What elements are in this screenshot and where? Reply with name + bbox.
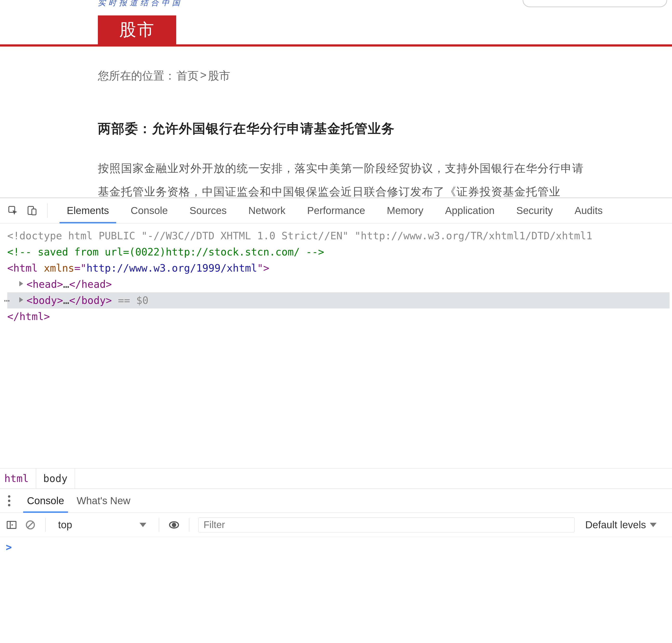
separator <box>159 518 159 532</box>
site-tagline: 实时报道结合中国 <box>98 0 183 8</box>
webpage-content: 实时报道结合中国 股市 您所在的位置： 首页 > 股市 两部委：允许外国银行在华… <box>0 0 672 198</box>
dom-comment[interactable]: <!-- saved from url=(0022)http://stock.s… <box>7 244 670 260</box>
article-body: 按照国家金融业对外开放的统一安排，落实中美第一阶段经贸协议，支持外国银行在华分行… <box>98 157 672 203</box>
dom-head[interactable]: <head>…</head> <box>7 276 670 292</box>
inspect-element-icon[interactable] <box>7 205 19 216</box>
console-filter-input[interactable] <box>199 518 574 532</box>
svg-rect-2 <box>32 209 36 215</box>
devtools-tabbar: Elements Console Sources Network Perform… <box>0 198 672 223</box>
tab-memory[interactable]: Memory <box>380 198 431 223</box>
chevron-down-icon <box>140 523 146 527</box>
dom-body[interactable]: <body>…</body> == $0 <box>7 292 670 308</box>
expand-triangle-icon[interactable] <box>19 281 23 286</box>
svg-line-6 <box>27 522 33 528</box>
console-context-select[interactable]: top <box>55 519 150 531</box>
dom-breadcrumb: html body <box>0 468 672 489</box>
expand-triangle-icon[interactable] <box>19 297 23 302</box>
console-prompt-icon: > <box>6 541 12 553</box>
tab-console[interactable]: Console <box>123 198 175 223</box>
search-box[interactable] <box>523 0 667 7</box>
drawer-tab-whatsnew[interactable]: What's New <box>73 489 134 513</box>
devtools-panel: Elements Console Sources Network Perform… <box>0 198 672 643</box>
breadcrumb-prefix: 您所在的位置： <box>98 69 176 83</box>
clear-console-icon[interactable] <box>25 519 36 531</box>
article-line: 按照国家金融业对外开放的统一安排，落实中美第一阶段经贸协议，支持外国银行在华分行… <box>98 157 672 180</box>
divider <box>0 44 672 47</box>
device-toolbar-icon[interactable] <box>26 205 38 216</box>
tab-sources[interactable]: Sources <box>182 198 234 223</box>
chevron-down-icon <box>650 523 657 527</box>
console-body[interactable]: > <box>0 537 672 643</box>
drawer-tabbar: Console What's New <box>0 489 672 513</box>
drawer-tab-console[interactable]: Console <box>23 489 68 513</box>
breadcrumb: 您所在的位置： 首页 > 股市 <box>98 69 230 83</box>
separator <box>45 518 46 532</box>
article-title[interactable]: 两部委：允许外国银行在华分行申请基金托管业务 <box>98 120 395 137</box>
breadcrumb-sep: > <box>200 69 206 83</box>
dom-tree[interactable]: <!doctype html PUBLIC "-//W3C//DTD XHTML… <box>0 223 672 468</box>
kebab-menu-icon[interactable] <box>7 495 11 506</box>
crumb-html[interactable]: html <box>0 469 36 488</box>
breadcrumb-current[interactable]: 股市 <box>208 69 230 83</box>
dom-html-close[interactable]: </html> <box>7 308 670 325</box>
dom-html-open[interactable]: <html xmlns="http://www.w3.org/1999/xhtm… <box>7 260 670 276</box>
live-expression-icon[interactable] <box>168 519 180 531</box>
tab-application[interactable]: Application <box>438 198 502 223</box>
dom-doctype[interactable]: <!doctype html PUBLIC "-//W3C//DTD XHTML… <box>7 228 670 244</box>
separator <box>189 518 189 532</box>
log-levels-select[interactable]: Default levels <box>585 519 657 531</box>
section-tab[interactable]: 股市 <box>98 15 176 44</box>
breadcrumb-home[interactable]: 首页 <box>177 69 199 83</box>
tab-performance[interactable]: Performance <box>300 198 372 223</box>
console-toolbar: top Default levels <box>0 513 672 537</box>
tab-security[interactable]: Security <box>509 198 560 223</box>
tab-network[interactable]: Network <box>241 198 292 223</box>
tab-elements[interactable]: Elements <box>60 198 116 223</box>
console-sidebar-toggle-icon[interactable] <box>6 519 17 531</box>
levels-label: Default levels <box>585 519 646 531</box>
svg-point-7 <box>172 522 176 527</box>
context-label: top <box>58 519 72 531</box>
crumb-body[interactable]: body <box>36 469 75 488</box>
tab-audits[interactable]: Audits <box>567 198 610 223</box>
